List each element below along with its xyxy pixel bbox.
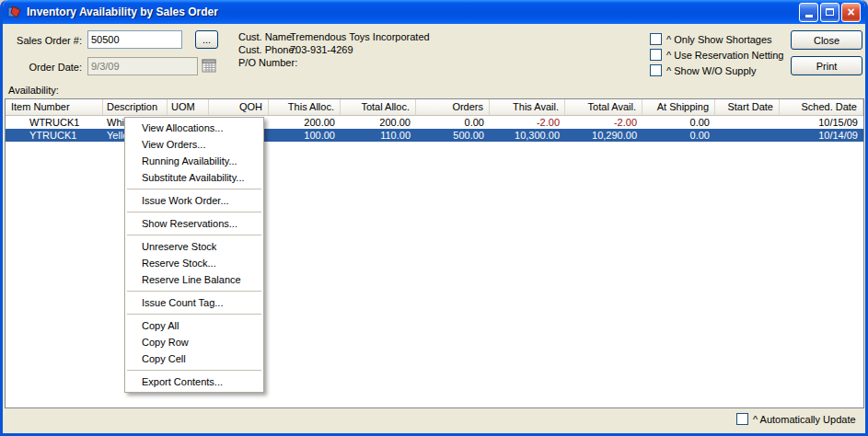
menu-item-export-contents[interactable]: Export Contents... bbox=[125, 373, 263, 390]
show-wo-supply-label: ^ Show W/O Supply bbox=[666, 65, 756, 76]
column-header-sched-date[interactable]: Sched. Date bbox=[780, 99, 863, 115]
cell-item-number: YTRUCK1 bbox=[6, 129, 103, 142]
cell-total-alloc: 110.00 bbox=[341, 129, 416, 142]
column-header-item-number[interactable]: Item Number bbox=[6, 99, 103, 115]
column-header-this-alloc[interactable]: This Alloc. bbox=[269, 99, 341, 115]
order-date-label: Order Date: bbox=[6, 62, 82, 73]
close-button[interactable]: Close bbox=[791, 30, 862, 50]
cust-name-value: Tremendous Toys Incorporated bbox=[290, 31, 430, 42]
cust-phone-value: 703-931-4269 bbox=[290, 44, 353, 55]
calendar-icon bbox=[202, 59, 216, 75]
column-header-total-avail[interactable]: Total Avail. bbox=[565, 99, 642, 115]
menu-item-view-allocations[interactable]: View Allocations... bbox=[125, 120, 263, 136]
browse-sales-order-button[interactable]: ... bbox=[195, 30, 218, 49]
cell-total-alloc: 200.00 bbox=[341, 116, 416, 129]
close-icon: × bbox=[847, 6, 854, 18]
menu-item-unreserve-stock[interactable]: Unreserve Stock bbox=[125, 238, 263, 255]
column-header-uom[interactable]: UOM bbox=[168, 99, 209, 115]
table-header-row: Item Number Description UOM QOH This All… bbox=[6, 99, 863, 116]
only-show-shortages-checkbox[interactable] bbox=[650, 33, 662, 45]
print-button[interactable]: Print bbox=[791, 56, 862, 75]
cust-name-label: Cust. Name: bbox=[238, 31, 295, 42]
menu-separator bbox=[127, 314, 261, 315]
maximize-icon bbox=[826, 8, 834, 16]
menu-item-view-orders[interactable]: View Orders... bbox=[125, 136, 263, 153]
cell-orders: 0.00 bbox=[416, 116, 490, 129]
automatically-update-checkbox[interactable] bbox=[736, 413, 748, 425]
only-show-shortages-label: ^ Only Show Shortages bbox=[666, 34, 772, 45]
show-wo-supply-checkbox[interactable] bbox=[650, 64, 662, 76]
menu-separator bbox=[127, 291, 261, 292]
use-reservation-netting-label: ^ Use Reservation Netting bbox=[666, 50, 783, 61]
menu-item-show-reservations[interactable]: Show Reservations... bbox=[125, 215, 263, 232]
cell-sched-date: 10/14/09 bbox=[780, 129, 863, 142]
cell-total-avail: -2.00 bbox=[565, 116, 642, 129]
automatically-update-label: ^ Automatically Update bbox=[753, 414, 856, 425]
cell-this-avail: 10,300.00 bbox=[490, 129, 565, 142]
menu-separator bbox=[127, 235, 261, 235]
minimize-icon bbox=[805, 15, 813, 17]
column-header-orders[interactable]: Orders bbox=[416, 99, 490, 115]
cell-item-number: WTRUCK1 bbox=[6, 116, 103, 129]
column-header-qoh[interactable]: QOH bbox=[209, 99, 269, 115]
app-icon bbox=[7, 5, 22, 19]
maximize-button[interactable] bbox=[820, 3, 839, 22]
menu-item-reserve-line-balance[interactable]: Reserve Line Balance bbox=[125, 271, 263, 288]
cell-start-date bbox=[715, 129, 780, 142]
cell-sched-date: 10/15/09 bbox=[780, 116, 863, 129]
minimize-button[interactable] bbox=[799, 3, 818, 22]
menu-separator bbox=[127, 212, 261, 212]
menu-item-copy-row[interactable]: Copy Row bbox=[125, 334, 263, 350]
cust-phone-label: Cust. Phone: bbox=[238, 44, 297, 55]
cell-this-alloc: 200.00 bbox=[269, 116, 341, 129]
context-menu: View Allocations... View Orders... Runni… bbox=[124, 117, 264, 393]
inventory-availability-dialog: Inventory Availability by Sales Order × … bbox=[0, 0, 868, 436]
title-bar[interactable]: Inventory Availability by Sales Order × bbox=[3, 0, 865, 24]
menu-separator bbox=[127, 370, 261, 371]
menu-item-copy-cell[interactable]: Copy Cell bbox=[125, 350, 263, 367]
column-header-description[interactable]: Description bbox=[103, 99, 168, 115]
menu-item-issue-work-order[interactable]: Issue Work Order... bbox=[125, 192, 263, 209]
column-header-at-shipping[interactable]: At Shipping bbox=[642, 99, 715, 115]
menu-item-issue-count-tag[interactable]: Issue Count Tag... bbox=[125, 294, 263, 311]
use-reservation-netting-checkbox[interactable] bbox=[650, 49, 662, 61]
calendar-button[interactable] bbox=[202, 59, 216, 75]
sales-order-label: Sales Order #: bbox=[6, 35, 82, 46]
cell-this-avail: -2.00 bbox=[490, 116, 565, 129]
menu-item-copy-all[interactable]: Copy All bbox=[125, 317, 263, 334]
cell-start-date bbox=[715, 116, 780, 129]
window-title: Inventory Availability by Sales Order bbox=[27, 6, 799, 18]
cell-this-alloc: 100.00 bbox=[269, 129, 341, 142]
menu-item-running-availability[interactable]: Running Availability... bbox=[125, 153, 263, 169]
cell-at-shipping: 0.00 bbox=[642, 116, 715, 129]
cell-orders: 500.00 bbox=[416, 129, 490, 142]
menu-item-substitute-availability[interactable]: Substitute Availability... bbox=[125, 169, 263, 186]
menu-item-reserve-stock[interactable]: Reserve Stock... bbox=[125, 255, 263, 271]
cell-total-avail: 10,290.00 bbox=[565, 129, 642, 142]
cell-at-shipping: 0.00 bbox=[642, 129, 715, 142]
close-window-button[interactable]: × bbox=[841, 3, 861, 22]
sales-order-input[interactable] bbox=[87, 30, 182, 49]
po-number-label: P/O Number: bbox=[238, 57, 297, 68]
menu-separator bbox=[127, 189, 261, 189]
dialog-content: Sales Order #: ... Order Date: Cust. Nam… bbox=[3, 24, 865, 433]
column-header-total-alloc[interactable]: Total Alloc. bbox=[341, 99, 416, 115]
availability-section-label: Availability: bbox=[8, 85, 59, 96]
order-date-input[interactable] bbox=[87, 57, 198, 75]
column-header-start-date[interactable]: Start Date bbox=[715, 99, 780, 115]
column-header-this-avail[interactable]: This Avail. bbox=[490, 99, 565, 115]
